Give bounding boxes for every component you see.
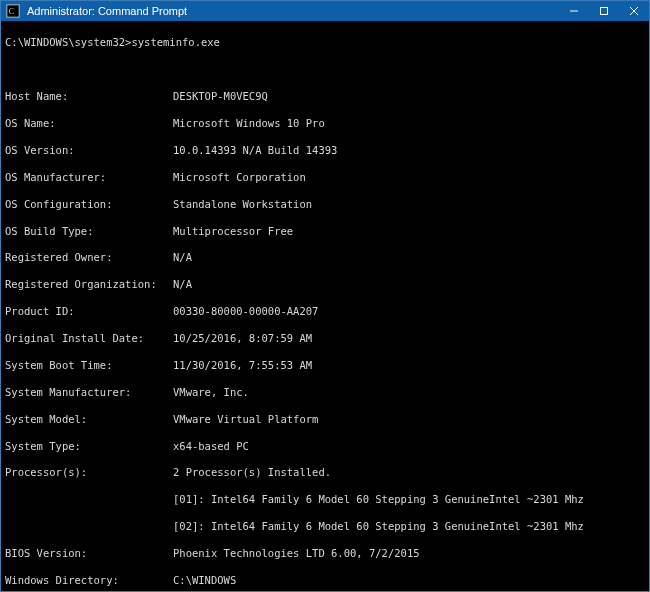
- value: VMware Virtual Platform: [173, 413, 318, 425]
- label: Registered Owner:: [5, 251, 173, 264]
- prompt-line: C:\WINDOWS\system32>systeminfo.exe: [5, 36, 645, 49]
- label: OS Version:: [5, 144, 173, 157]
- label: Original Install Date:: [5, 332, 173, 345]
- prompt-path: C:\WINDOWS\system32>: [5, 36, 131, 48]
- row-os-name: OS Name:Microsoft Windows 10 Pro: [5, 117, 645, 130]
- row-sys-manufacturer: System Manufacturer:VMware, Inc.: [5, 386, 645, 399]
- value: N/A: [173, 278, 192, 290]
- value: Multiprocessor Free: [173, 225, 293, 237]
- value: VMware, Inc.: [173, 386, 249, 398]
- value: N/A: [173, 251, 192, 263]
- row-win-dir: Windows Directory:C:\WINDOWS: [5, 574, 645, 587]
- titlebar[interactable]: C Administrator: Command Prompt: [1, 1, 649, 21]
- value: C:\WINDOWS: [173, 574, 236, 586]
- row-bios: BIOS Version:Phoenix Technologies LTD 6.…: [5, 547, 645, 560]
- label: System Manufacturer:: [5, 386, 173, 399]
- label: OS Build Type:: [5, 225, 173, 238]
- row-processors: Processor(s):2 Processor(s) Installed.: [5, 466, 645, 479]
- label: Processor(s):: [5, 466, 173, 479]
- row-sys-model: System Model:VMware Virtual Platform: [5, 413, 645, 426]
- label: System Type:: [5, 440, 173, 453]
- terminal-output[interactable]: C:\WINDOWS\system32>systeminfo.exe Host …: [1, 21, 649, 591]
- label: System Boot Time:: [5, 359, 173, 372]
- row-os-manufacturer: OS Manufacturer:Microsoft Corporation: [5, 171, 645, 184]
- row-registered-org: Registered Organization:N/A: [5, 278, 645, 291]
- minimize-button[interactable]: [559, 1, 589, 21]
- value: Phoenix Technologies LTD 6.00, 7/2/2015: [173, 547, 420, 559]
- row-install-date: Original Install Date:10/25/2016, 8:07:5…: [5, 332, 645, 345]
- value: Microsoft Corporation: [173, 171, 306, 183]
- row-registered-owner: Registered Owner:N/A: [5, 251, 645, 264]
- label: Registered Organization:: [5, 278, 173, 291]
- label: OS Configuration:: [5, 198, 173, 211]
- value: DESKTOP-M0VEC9Q: [173, 90, 268, 102]
- row-os-version: OS Version:10.0.14393 N/A Build 14393: [5, 144, 645, 157]
- label: OS Manufacturer:: [5, 171, 173, 184]
- label: Host Name:: [5, 90, 173, 103]
- label: Product ID:: [5, 305, 173, 318]
- value: 11/30/2016, 7:55:53 AM: [173, 359, 312, 371]
- svg-text:C: C: [9, 7, 14, 16]
- window-controls: [559, 1, 649, 21]
- maximize-button[interactable]: [589, 1, 619, 21]
- row-os-configuration: OS Configuration:Standalone Workstation: [5, 198, 645, 211]
- cmd-icon: C: [5, 3, 21, 19]
- row-product-id: Product ID:00330-80000-00000-AA207: [5, 305, 645, 318]
- value: 00330-80000-00000-AA207: [173, 305, 318, 317]
- value: 10.0.14393 N/A Build 14393: [173, 144, 337, 156]
- row-host-name: Host Name:DESKTOP-M0VEC9Q: [5, 90, 645, 103]
- row-sys-type: System Type:x64-based PC: [5, 440, 645, 453]
- value: 2 Processor(s) Installed.: [173, 466, 331, 478]
- value: Microsoft Windows 10 Pro: [173, 117, 325, 129]
- window-title: Administrator: Command Prompt: [25, 5, 559, 17]
- row-os-build-type: OS Build Type:Multiprocessor Free: [5, 225, 645, 238]
- label: OS Name:: [5, 117, 173, 130]
- value: 10/25/2016, 8:07:59 AM: [173, 332, 312, 344]
- close-button[interactable]: [619, 1, 649, 21]
- row-boot-time: System Boot Time:11/30/2016, 7:55:53 AM: [5, 359, 645, 372]
- value: Standalone Workstation: [173, 198, 312, 210]
- label: BIOS Version:: [5, 547, 173, 560]
- prompt-command: systeminfo.exe: [131, 36, 220, 48]
- label: Windows Directory:: [5, 574, 173, 587]
- value: x64-based PC: [173, 440, 249, 452]
- command-prompt-window: C Administrator: Command Prompt C:\WINDO…: [0, 0, 650, 592]
- svg-rect-3: [601, 8, 608, 15]
- row-processor-1: [01]: Intel64 Family 6 Model 60 Stepping…: [5, 493, 645, 506]
- row-processor-2: [02]: Intel64 Family 6 Model 60 Stepping…: [5, 520, 645, 533]
- label: System Model:: [5, 413, 173, 426]
- blank-line: [5, 63, 645, 76]
